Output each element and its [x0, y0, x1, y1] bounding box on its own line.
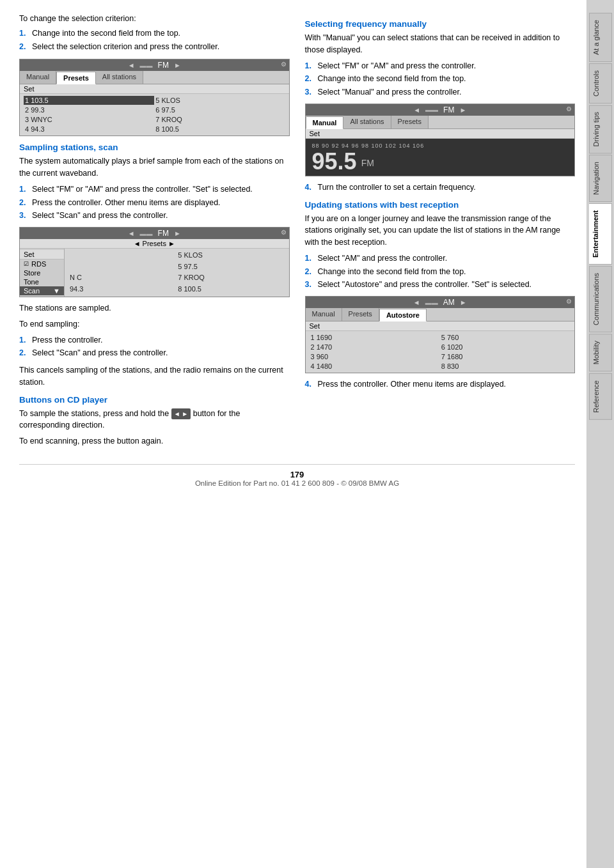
step-num: 4. — [305, 378, 315, 391]
updating-intro: If you are on a longer journey and leave… — [305, 213, 576, 249]
step-text: Select "FM" or "AM" and press the contro… — [318, 60, 576, 72]
sidebar-tab-navigation[interactable]: Navigation — [589, 155, 612, 202]
am-station-item: 8 830 — [440, 362, 571, 371]
sidebar-tab-entertainment[interactable]: Entertainment — [589, 203, 612, 265]
am-station-item: 6 1020 — [440, 343, 571, 352]
list-item: 2. Change into the second field from the… — [305, 73, 576, 85]
step-text: Press the controller. — [32, 334, 290, 346]
station-item — [68, 251, 177, 261]
stations-grid-2: 5 KLOS 5 97.5 N C 7 KROQ 94.3 8 100.5 — [65, 249, 289, 297]
am-station-item: 2 1470 — [310, 343, 440, 352]
menu-item-store: Store — [20, 268, 64, 277]
arrow-right-icon: ► — [459, 106, 466, 114]
step-num: 1. — [19, 183, 29, 196]
page-bottom: 179 Online Edition for Part no. 01 41 2 … — [19, 464, 575, 487]
presets-row: ◄ Presets ► — [20, 239, 289, 249]
step-text: Select "Scan" and press the controller. — [32, 347, 290, 359]
step-text: Select "Manual" and press the controller… — [318, 86, 576, 98]
freq-step4: 4. Turn the controller to set a certain … — [305, 182, 576, 194]
list-item: 1. Select "FM" or "AM" and press the con… — [19, 183, 290, 196]
am-station-item: 1 1690 — [310, 333, 440, 342]
buttons-title: Buttons on CD player — [19, 395, 290, 405]
sampled-text: The stations are sampled. — [19, 302, 290, 314]
set-row-3: Set — [306, 129, 575, 139]
step-text: Change into the second field from the to… — [32, 27, 290, 40]
tab-presets: Presets — [56, 72, 96, 84]
sidebar-tab-driving-tips[interactable]: Driving tips — [589, 105, 612, 153]
tab-manual: Manual — [306, 308, 342, 321]
arrow-right-icon: ► — [174, 61, 181, 69]
sidebar-tab-controls[interactable]: Controls — [589, 63, 612, 104]
step-num: 1. — [305, 60, 315, 72]
step-text: Select "Autostore" and press the control… — [318, 279, 576, 291]
buttons-text: To sample the stations, press and hold t… — [19, 408, 290, 432]
arrow-icon: ▼ — [53, 287, 60, 295]
menu-item-tone: Tone — [20, 277, 64, 286]
step-text: Press the controller. Other menu items a… — [32, 197, 290, 209]
step-num: 3. — [305, 86, 315, 98]
station-item — [68, 262, 177, 273]
station-item: 8 100.5 — [177, 284, 285, 295]
menu-label: Scan — [24, 287, 40, 295]
antenna-icon: ▬▬ — [425, 299, 438, 306]
sidebar-tab-reference[interactable]: Reference — [589, 373, 612, 420]
corner-icon: ⚙ — [281, 61, 287, 68]
step-num: 2. — [19, 41, 29, 53]
station-item: 94.3 — [68, 284, 177, 295]
arrow-right-icon: ► — [460, 298, 467, 306]
step-text: Select "Scan" and press the controller. — [32, 210, 290, 222]
radio-display-3: ◄ ▬▬ FM ► ⚙ Manual All stations Presets … — [305, 104, 576, 176]
band-label: AM — [443, 298, 455, 307]
end-sampling-steps: 1. Press the controller. 2. Select "Scan… — [19, 334, 290, 360]
corner-icon: ⚙ — [566, 105, 572, 112]
step-text: Change into the second field from the to… — [318, 266, 576, 278]
scan-menu-area: Set ☑ RDS Store Tone — [20, 249, 289, 297]
step-num: 2. — [305, 266, 315, 278]
sampling-text: The system automatically plays a brief s… — [19, 155, 290, 180]
step-num: 2. — [19, 347, 29, 359]
am-station-item: 5 760 — [440, 333, 571, 342]
list-item: 3. Select "Manual" and press the control… — [305, 86, 576, 98]
page-number: 179 — [19, 470, 575, 479]
freq-steps: 1. Select "FM" or "AM" and press the con… — [305, 60, 576, 98]
step-text: Select "AM" and press the controller. — [318, 252, 576, 265]
step-num: 4. — [305, 182, 315, 194]
arrow-left-icon: ◄ — [128, 61, 135, 69]
freq-title: Selecting frequency manually — [305, 19, 576, 29]
arrow-left-icon: ◄ — [413, 298, 420, 306]
arrow-left-icon: ◄ — [413, 106, 420, 114]
tab-autostore: Autostore — [379, 309, 427, 322]
updating-title: Updating stations with best reception — [305, 200, 576, 210]
list-item: 2. Select "Scan" and press the controlle… — [19, 347, 290, 359]
list-item: 4. Press the controller. Other menu item… — [305, 378, 576, 391]
step-num: 2. — [19, 197, 29, 209]
band-label: FM — [158, 61, 169, 70]
updating-steps: 1. Select "AM" and press the controller.… — [305, 252, 576, 291]
arrow-left-icon: ◄ — [128, 229, 135, 237]
menu-item-scan: Scan ▼ — [20, 286, 64, 295]
step-text: Select the selection criterion and press… — [32, 41, 290, 53]
station-item: 7 KROQ — [154, 115, 285, 124]
antenna-icon: ▬▬ — [425, 106, 438, 113]
check-icon: ☑ — [24, 261, 29, 267]
sidebar-tab-at-a-glance[interactable]: At a glance — [589, 13, 612, 62]
buttons-text3: To end scanning, press the button again. — [19, 435, 290, 447]
list-item: 1. Press the controller. — [19, 334, 290, 346]
copyright-text: Online Edition for Part no. 01 41 2 600 … — [19, 479, 575, 487]
station-item: 3 WNYC — [24, 115, 154, 124]
corner-icon: ⚙ — [281, 229, 287, 236]
am-station-item: 3 960 — [310, 352, 440, 361]
fm-label: FM — [361, 158, 374, 168]
sidebar-tab-mobility[interactable]: Mobility — [589, 334, 612, 371]
tab-manual: Manual — [306, 116, 344, 129]
radio-display-4: ◄ ▬▬ AM ► ⚙ Manual Presets Autostore Set… — [305, 296, 576, 373]
tab-manual: Manual — [20, 71, 56, 84]
step-num: 1. — [305, 252, 315, 265]
step-text: Change into the second field from the to… — [318, 73, 576, 85]
am-station-item: 4 1480 — [310, 362, 440, 371]
tab-presets: Presets — [342, 308, 379, 321]
step-text: Press the controller. Other menu items a… — [318, 378, 576, 391]
station-item: 6 97.5 — [154, 105, 285, 114]
station-item: 1 103.5 — [24, 96, 154, 105]
sidebar-tab-communications[interactable]: Communications — [589, 266, 612, 332]
